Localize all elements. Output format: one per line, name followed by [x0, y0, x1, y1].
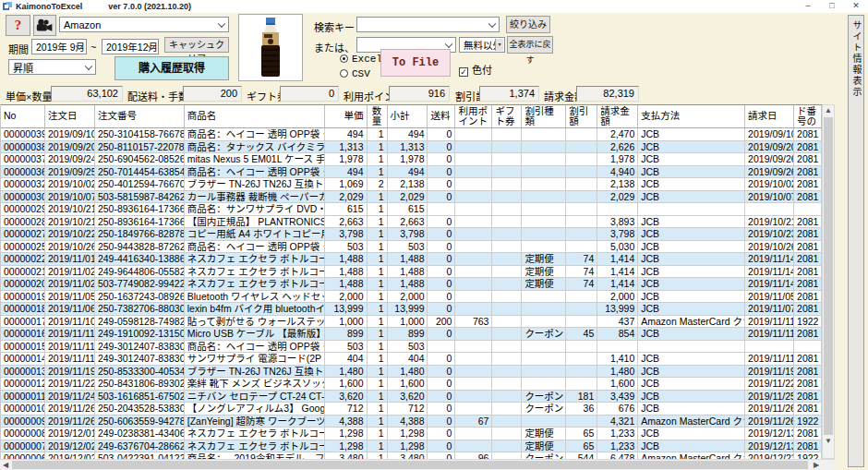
- table-cell[interactable]: [638, 341, 745, 353]
- table-cell[interactable]: [566, 353, 597, 365]
- table-cell[interactable]: 200: [428, 316, 455, 328]
- table-cell[interactable]: 1: [368, 191, 388, 203]
- table-cell[interactable]: 0: [428, 266, 455, 278]
- table-cell[interactable]: 0: [428, 428, 455, 440]
- scroll-up-icon[interactable]: ▲: [823, 106, 834, 115]
- table-cell[interactable]: 2019/11/11: [45, 353, 95, 365]
- radio-csv[interactable]: CSV: [340, 68, 370, 79]
- table-cell[interactable]: [566, 203, 597, 215]
- table-cell[interactable]: 13,999: [597, 303, 638, 315]
- help-button[interactable]: ?: [6, 15, 30, 36]
- period-to-select[interactable]: 2019年12月: [102, 39, 159, 54]
- table-cell[interactable]: [522, 191, 566, 203]
- table-cell[interactable]: 503-7749082-9942236: [95, 278, 185, 290]
- table-row[interactable]: 000000082019/12/01249-0238381-4340672ネスカ…: [1, 428, 822, 440]
- table-cell[interactable]: [455, 378, 492, 390]
- table-cell[interactable]: 00000020: [1, 278, 45, 290]
- table-cell[interactable]: [522, 291, 566, 303]
- table-cell[interactable]: [597, 341, 638, 353]
- table-cell[interactable]: 定期便: [522, 440, 566, 452]
- table-cell[interactable]: 2019/11/14: [745, 266, 794, 278]
- to-file-button[interactable]: To File: [380, 49, 451, 77]
- table-cell[interactable]: 2019/11/02: [45, 266, 95, 278]
- table-cell[interactable]: 2081: [794, 141, 822, 153]
- column-header[interactable]: 商品名: [185, 105, 325, 127]
- table-cell[interactable]: 1,298: [325, 440, 368, 452]
- table-cell[interactable]: 1: [368, 440, 388, 452]
- table-cell[interactable]: [566, 341, 597, 353]
- table-cell[interactable]: 5,030: [597, 241, 638, 253]
- table-cell[interactable]: 2,626: [597, 141, 638, 153]
- table-cell[interactable]: 00000036: [1, 166, 45, 178]
- table-cell[interactable]: 00000019: [1, 291, 45, 303]
- table-cell[interactable]: 1,414: [597, 253, 638, 265]
- table-cell[interactable]: JCB: [638, 328, 745, 340]
- table-cell[interactable]: 商品名：ヘイコー 透明 OPP袋 クリスタ...: [185, 166, 325, 178]
- table-cell[interactable]: 1: [368, 291, 388, 303]
- table-cell[interactable]: [455, 266, 492, 278]
- table-cell[interactable]: 【国内正規品】 PLANTRONICS Blueto...: [185, 216, 325, 228]
- table-cell[interactable]: [522, 166, 566, 178]
- table-cell[interactable]: 1,978: [597, 153, 638, 165]
- table-cell[interactable]: [455, 253, 492, 265]
- table-cell[interactable]: クーポン: [522, 328, 566, 340]
- table-cell[interactable]: 00000012: [1, 378, 45, 390]
- table-cell[interactable]: [455, 153, 492, 165]
- table-cell[interactable]: 1,488: [388, 278, 428, 290]
- table-cell[interactable]: [492, 266, 522, 278]
- table-cell[interactable]: [638, 203, 745, 215]
- minimize-button[interactable]: –: [796, 0, 820, 13]
- table-cell[interactable]: 1: [368, 378, 388, 390]
- table-cell[interactable]: 3,439: [597, 391, 638, 403]
- table-cell[interactable]: 503: [388, 241, 428, 253]
- table-cell[interactable]: [455, 228, 492, 240]
- table-cell[interactable]: [566, 191, 597, 203]
- table-cell[interactable]: 494: [325, 128, 368, 140]
- column-header[interactable]: No: [1, 105, 45, 127]
- table-cell[interactable]: 1: [368, 253, 388, 265]
- column-header[interactable]: 割引種類: [522, 105, 566, 127]
- table-cell[interactable]: [455, 341, 492, 353]
- search-key-input[interactable]: [356, 17, 500, 32]
- table-cell[interactable]: 00000018: [1, 303, 45, 315]
- table-cell[interactable]: 1: [368, 141, 388, 153]
- table-cell[interactable]: 【ノングレアフィルム3】 Google NEX...: [185, 403, 325, 415]
- table-cell[interactable]: JCB: [638, 216, 745, 228]
- table-row[interactable]: 000000162019/11/11249-1910092-1315054Mic…: [1, 328, 822, 341]
- table-cell[interactable]: 763: [455, 316, 492, 328]
- table-cell[interactable]: [455, 403, 492, 415]
- table-cell[interactable]: 0: [428, 241, 455, 253]
- table-cell[interactable]: [566, 316, 597, 328]
- table-cell[interactable]: [566, 166, 597, 178]
- table-cell[interactable]: 250-8533300-4053403: [95, 366, 185, 378]
- table-cell[interactable]: [566, 128, 597, 140]
- table-cell[interactable]: [492, 303, 522, 315]
- table-cell[interactable]: 2019/11/26: [45, 416, 95, 428]
- table-cell[interactable]: [566, 153, 597, 165]
- table-row[interactable]: 000000212019/11/02249-9644806-0558250ネスカ…: [1, 266, 822, 279]
- table-cell[interactable]: 250-6904562-0852651: [95, 153, 185, 165]
- table-cell[interactable]: 1: [368, 278, 388, 290]
- table-cell[interactable]: 2,000: [597, 291, 638, 303]
- table-cell[interactable]: 2019/09/25: [45, 166, 95, 178]
- table-cell[interactable]: 2019/11/07: [745, 303, 794, 315]
- camera-button[interactable]: [33, 15, 56, 36]
- table-cell[interactable]: 商品名：ヘイコー 透明 OPP袋 クリスタ...: [185, 241, 325, 253]
- table-cell[interactable]: 503-1616851-6750223: [95, 391, 185, 403]
- table-cell[interactable]: [522, 416, 566, 428]
- table-cell[interactable]: クーポン: [522, 391, 566, 403]
- table-cell[interactable]: 1,480: [597, 366, 638, 378]
- table-cell[interactable]: Amazon MasterCard クラシ...: [638, 416, 745, 428]
- table-cell[interactable]: 商品名：ヘイコー 透明 OPP袋 クリスタ...: [185, 341, 325, 353]
- table-cell[interactable]: 0: [428, 391, 455, 403]
- table-cell[interactable]: 2019/11/24: [45, 391, 95, 403]
- table-cell[interactable]: 1: [368, 328, 388, 340]
- table-cell[interactable]: [455, 391, 492, 403]
- table-cell[interactable]: コピー用紙 A4 ホワイトコピー用紙 高...: [185, 228, 325, 240]
- table-cell[interactable]: [492, 241, 522, 253]
- table-cell[interactable]: [492, 378, 522, 390]
- table-cell[interactable]: 250-7382706-8803001: [95, 303, 185, 315]
- table-cell[interactable]: [492, 153, 522, 165]
- table-cell[interactable]: 1: [368, 428, 388, 440]
- table-cell[interactable]: 2019/12/13: [745, 440, 794, 452]
